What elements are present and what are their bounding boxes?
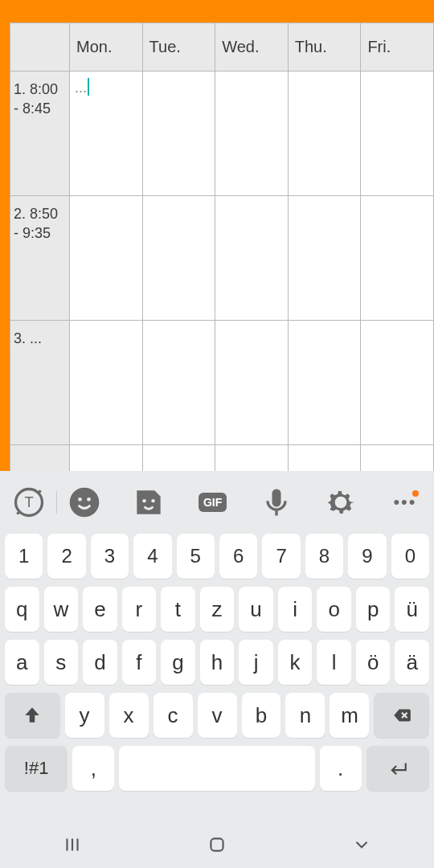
key-i[interactable]: i [278,587,313,632]
key-d[interactable]: d [83,640,117,685]
time-row-2: 2. 8:50 - 9:35 [10,196,70,321]
svg-point-6 [151,499,154,502]
symbols-key[interactable]: !#1 [5,746,68,791]
cell-fri-2[interactable] [361,196,434,321]
gif-icon[interactable]: GIF [195,485,231,520]
key-n[interactable]: n [285,693,325,738]
cell-wed-1[interactable] [215,72,289,196]
key-r[interactable]: r [122,587,157,632]
cell-tue-1[interactable] [142,72,215,196]
day-header-mon: Mon. [70,23,143,72]
cell-tue-3[interactable] [142,321,215,445]
period-key[interactable]: . [320,746,362,791]
svg-text:T: T [24,493,33,510]
cell-thu-1[interactable] [288,72,361,196]
timetable-app: Mon. Tue. Wed. Thu. Fri. 1. 8:00 - 8:45 … [10,23,434,471]
key-u[interactable]: u [239,587,273,632]
key-ö[interactable]: ö [356,640,391,685]
day-header-tue: Tue. [142,23,215,72]
time-row-3: 3. ... [10,321,70,445]
cell-tue-2[interactable] [142,196,215,321]
text-cursor [88,78,89,96]
key-h[interactable]: h [200,640,235,685]
toolbar-divider [56,491,57,514]
corner-header [10,23,70,72]
key-b[interactable]: b [242,693,281,738]
key-a[interactable]: a [5,640,39,685]
key-g[interactable]: g [161,640,195,685]
gear-icon[interactable] [323,485,358,520]
key-j[interactable]: j [239,640,273,685]
nav-back[interactable] [338,829,386,861]
key-q[interactable]: q [5,587,39,632]
enter-key[interactable] [366,746,429,791]
cell-mon-3[interactable] [70,321,143,445]
svg-point-2 [70,488,100,518]
key-8[interactable]: 8 [305,534,343,579]
key-ä[interactable]: ä [395,640,429,685]
key-s[interactable]: s [44,640,79,685]
key-w[interactable]: w [44,587,79,632]
keyboard-area: T GIF ••• [0,471,434,868]
nav-recents[interactable] [48,829,96,861]
key-z[interactable]: z [200,587,235,632]
day-header-wed: Wed. [215,23,289,72]
gif-label: GIF [199,493,227,512]
cell-fri-3[interactable] [361,321,434,445]
cell-wed-2[interactable] [215,196,289,321]
key-4[interactable]: 4 [133,534,171,579]
key-v[interactable]: v [198,693,237,738]
time-row-1: 1. 8:00 - 8:45 [10,72,70,196]
key-ü[interactable]: ü [395,587,429,632]
emoji-icon[interactable] [67,485,102,520]
key-2[interactable]: 2 [47,534,85,579]
more-icon[interactable]: ••• [387,485,423,520]
text-expand-icon[interactable]: T [11,485,47,520]
cell-placeholder: ... [75,80,87,96]
comma-key[interactable]: , [72,746,114,791]
key-e[interactable]: e [83,587,117,632]
key-f[interactable]: f [122,640,157,685]
mic-icon[interactable] [259,485,294,520]
cell-fri-1[interactable] [361,72,434,196]
key-y[interactable]: y [65,693,104,738]
key-m[interactable]: m [330,693,369,738]
svg-point-5 [142,499,145,502]
cell-wed-3[interactable] [215,321,289,445]
day-header-fri: Fri. [361,23,434,72]
keyboard-toolbar: T GIF ••• [0,471,434,534]
key-1[interactable]: 1 [5,534,43,579]
key-t[interactable]: t [161,587,195,632]
key-k[interactable]: k [278,640,313,685]
backspace-key[interactable] [374,693,429,738]
cell-thu-2[interactable] [288,196,361,321]
shift-key[interactable] [5,693,60,738]
svg-point-3 [78,497,82,502]
svg-rect-8 [211,838,223,850]
key-0[interactable]: 0 [391,534,429,579]
key-9[interactable]: 9 [348,534,386,579]
key-x[interactable]: x [109,693,149,738]
svg-rect-7 [272,489,281,507]
key-3[interactable]: 3 [91,534,129,579]
nav-home[interactable] [193,829,241,861]
active-cell-input[interactable]: ... [75,80,89,96]
system-navbar [0,821,434,868]
svg-point-4 [87,497,91,502]
cell-thu-3[interactable] [288,321,361,445]
key-l[interactable]: l [317,640,351,685]
key-6[interactable]: 6 [219,534,257,579]
keyboard-rows: 1234567890 qwertzuiopü asdfghjklöä yxcvb… [0,534,434,791]
cell-mon-1[interactable]: ... [70,72,143,196]
key-5[interactable]: 5 [177,534,215,579]
cell-mon-2[interactable] [70,196,143,321]
key-p[interactable]: p [356,587,391,632]
key-o[interactable]: o [317,587,351,632]
day-header-thu: Thu. [288,23,361,72]
space-key[interactable] [119,746,314,791]
key-7[interactable]: 7 [262,534,300,579]
key-c[interactable]: c [154,693,193,738]
sticker-icon[interactable] [131,485,166,520]
